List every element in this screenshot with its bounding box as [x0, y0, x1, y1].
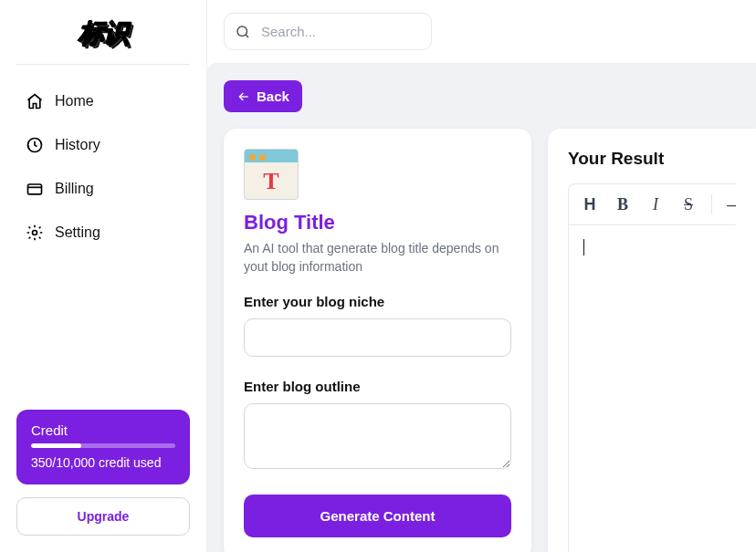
nav-label: History: [55, 137, 100, 153]
template-title: Blog Title: [244, 211, 511, 234]
toolbar-hr[interactable]: ―: [719, 188, 736, 221]
result-title: Your Result: [568, 149, 736, 169]
toolbar-strike[interactable]: S: [673, 188, 704, 221]
topbar: [207, 0, 756, 63]
toolbar-bold[interactable]: B: [607, 188, 638, 221]
panels: Blog Title An AI tool that generate blog…: [224, 129, 756, 552]
niche-input[interactable]: [244, 318, 511, 357]
divider: [16, 64, 190, 65]
nav-item-billing[interactable]: Billing: [16, 171, 190, 207]
credit-progress-fill: [31, 443, 81, 448]
search-wrap: [224, 13, 432, 50]
history-icon: [26, 136, 44, 154]
outline-textarea[interactable]: [244, 403, 511, 469]
back-button[interactable]: Back: [224, 80, 302, 112]
toolbar-separator: [711, 194, 712, 214]
template-form-card: Blog Title An AI tool that generate blog…: [224, 129, 531, 552]
gear-icon: [26, 224, 44, 242]
field-outline: Enter blog outline: [244, 379, 511, 473]
nav-item-setting[interactable]: Setting: [16, 214, 190, 251]
nav-label: Setting: [55, 224, 100, 241]
upgrade-button[interactable]: Upgrade: [16, 497, 190, 536]
search-icon: [235, 24, 251, 40]
main: Back Blog Title An AI tool that generate…: [206, 0, 756, 552]
arrow-left-icon: [236, 89, 251, 104]
credit-progress: [31, 443, 175, 448]
svg-rect-1: [28, 184, 42, 194]
credit-card: Credit 350/10,000 credit used: [16, 410, 190, 484]
nav-label: Home: [55, 93, 94, 109]
credit-title: Credit: [31, 422, 175, 438]
generate-button[interactable]: Generate Content: [244, 495, 511, 537]
nav-list: Home History Billing Setting: [16, 83, 190, 251]
search-input[interactable]: [224, 13, 432, 50]
logo-text: 标识: [79, 16, 128, 51]
toolbar-heading[interactable]: H: [574, 188, 605, 221]
editor: H B I S ―: [568, 183, 736, 552]
niche-label: Enter your blog niche: [244, 294, 511, 309]
app-logo: 标识: [16, 16, 190, 64]
content: Back Blog Title An AI tool that generate…: [207, 63, 756, 552]
svg-point-3: [237, 26, 247, 36]
home-icon: [26, 92, 44, 110]
field-niche: Enter your blog niche: [244, 294, 511, 357]
billing-icon: [26, 180, 44, 198]
credit-used-label: 350/10,000 credit used: [31, 455, 175, 470]
outline-label: Enter blog outline: [244, 379, 511, 394]
nav-label: Billing: [55, 181, 94, 197]
editor-body[interactable]: [569, 225, 736, 552]
toolbar-italic[interactable]: I: [640, 188, 671, 221]
text-cursor-icon: [583, 239, 584, 255]
back-label: Back: [257, 89, 289, 104]
template-desc: An AI tool that generate blog title depe…: [244, 240, 511, 276]
result-card: Your Result H B I S ―: [548, 129, 756, 552]
svg-point-2: [33, 231, 37, 235]
nav-item-home[interactable]: Home: [16, 83, 190, 120]
editor-toolbar: H B I S ―: [569, 184, 736, 225]
nav-item-history[interactable]: History: [16, 127, 190, 163]
sidebar: 标识 Home History Billing Setting: [0, 0, 206, 552]
template-icon: [244, 149, 299, 200]
